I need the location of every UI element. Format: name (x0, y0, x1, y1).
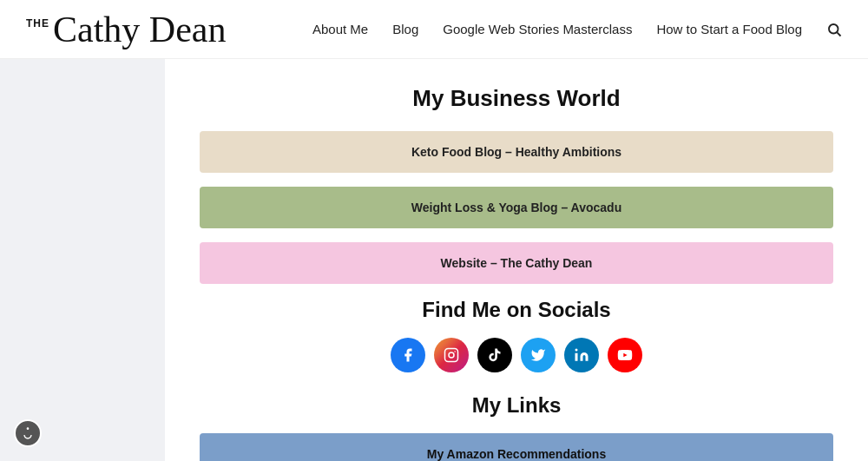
content-area: My Business World Keto Food Blog – Healt… (165, 59, 868, 461)
svg-line-1 (837, 32, 840, 36)
accessibility-button[interactable] (14, 419, 42, 447)
socials-title: Find Me on Socials (200, 298, 833, 322)
site-header: THE Cathy Dean About Me Blog Google Web … (0, 0, 868, 59)
social-icons-row (200, 338, 833, 372)
sidebar-left (0, 59, 165, 461)
nav-about-me[interactable]: About Me (312, 22, 368, 36)
business-title: My Business World (200, 85, 833, 112)
socials-section: Find Me on Socials (200, 298, 833, 372)
youtube-icon[interactable] (608, 338, 642, 372)
links-section: My Links My Amazon Recommendations (200, 393, 833, 461)
tiktok-icon[interactable] (477, 338, 512, 372)
nav-blog[interactable]: Blog (392, 22, 418, 36)
svg-point-4 (454, 351, 456, 352)
accessibility-icon (21, 426, 35, 440)
link-keto-blog[interactable]: Keto Food Blog – Healthy Ambitions (200, 131, 833, 173)
search-button[interactable] (826, 22, 842, 37)
svg-point-3 (449, 352, 454, 358)
links-title: My Links (200, 393, 833, 418)
search-icon (826, 22, 842, 37)
nav-google-web-stories[interactable]: Google Web Stories Masterclass (443, 22, 632, 36)
nav-how-to-start[interactable]: How to Start a Food Blog (656, 22, 802, 36)
svg-point-5 (575, 349, 578, 352)
svg-point-0 (829, 24, 838, 34)
twitter-icon[interactable] (521, 338, 556, 372)
svg-point-7 (27, 427, 30, 430)
linkedin-icon[interactable] (564, 338, 599, 372)
link-weight-loss-blog[interactable]: Weight Loss & Yoga Blog – Avocadu (200, 187, 833, 228)
svg-rect-2 (445, 349, 458, 362)
logo-the: THE (26, 18, 49, 29)
link-amazon-recommendations[interactable]: My Amazon Recommendations (200, 433, 833, 461)
logo-name: Cathy Dean (53, 11, 226, 48)
facebook-icon[interactable] (391, 338, 425, 372)
link-website-cathy-dean[interactable]: Website – The Cathy Dean (200, 242, 833, 284)
site-logo[interactable]: THE Cathy Dean (26, 11, 226, 48)
instagram-icon[interactable] (434, 338, 469, 372)
main-nav: About Me Blog Google Web Stories Masterc… (312, 22, 842, 37)
main-wrapper: My Business World Keto Food Blog – Healt… (0, 59, 868, 461)
